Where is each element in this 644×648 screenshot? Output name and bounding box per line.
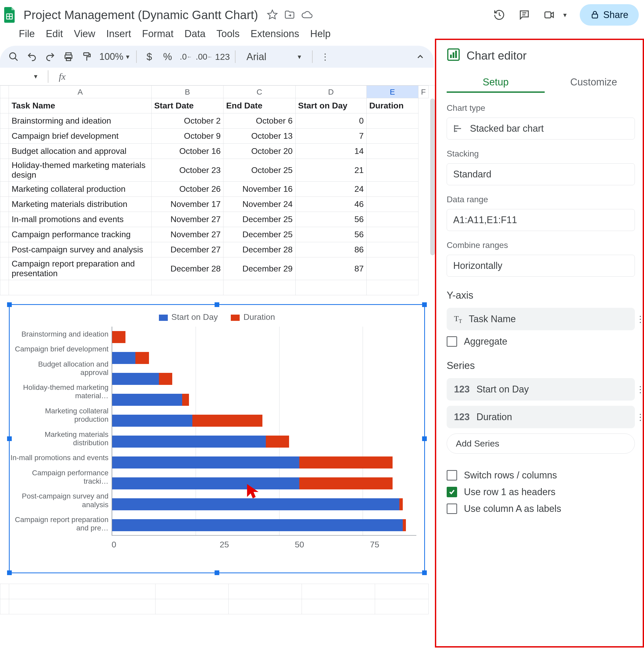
cell[interactable]: [9, 584, 156, 599]
cell[interactable]: Brainstorming and ideation: [9, 113, 152, 128]
combine-ranges-select[interactable]: Horizontally: [447, 255, 635, 277]
row-header[interactable]: [0, 98, 9, 113]
row-header[interactable]: [0, 128, 9, 144]
cell[interactable]: [366, 197, 418, 212]
cell[interactable]: 86: [296, 242, 366, 257]
cell[interactable]: October 2: [151, 113, 223, 128]
row-header[interactable]: [0, 584, 9, 599]
col-header-d[interactable]: D: [296, 86, 366, 98]
cell[interactable]: October 23: [151, 159, 223, 181]
cell[interactable]: Duration: [366, 98, 418, 113]
row-header[interactable]: [0, 181, 9, 197]
use-row1-checkbox-row[interactable]: Use row 1 as headers: [447, 487, 643, 497]
col-header-f[interactable]: F: [418, 86, 428, 98]
resize-handle[interactable]: [7, 436, 12, 441]
menu-data[interactable]: Data: [184, 28, 205, 40]
data-range-input[interactable]: A1:A11,E1:F11: [447, 209, 635, 231]
embedded-chart[interactable]: Start on Day Duration Brainstorming and …: [9, 304, 425, 573]
cell[interactable]: October 26: [151, 181, 223, 197]
cell[interactable]: [366, 242, 418, 257]
menu-view[interactable]: View: [74, 28, 95, 40]
resize-handle[interactable]: [422, 571, 427, 575]
sheets-logo-icon[interactable]: [2, 6, 18, 23]
increase-decimal-icon[interactable]: .00←: [198, 51, 210, 62]
more-options-icon[interactable]: ⋮: [636, 314, 644, 324]
y-axis-field[interactable]: TT Task Name ⋮: [447, 308, 635, 330]
cell[interactable]: October 9: [151, 128, 223, 144]
decrease-decimal-icon[interactable]: .0←: [180, 51, 192, 62]
cell[interactable]: 56: [296, 227, 366, 242]
cell[interactable]: October 13: [223, 128, 296, 144]
row-header[interactable]: [0, 159, 9, 181]
print-icon[interactable]: [63, 51, 74, 62]
resize-handle[interactable]: [215, 571, 219, 575]
menu-format[interactable]: Format: [142, 28, 173, 40]
row-header[interactable]: [0, 257, 9, 280]
cell[interactable]: December 25: [223, 212, 296, 227]
star-icon[interactable]: [266, 9, 278, 21]
stacking-select[interactable]: Standard: [447, 163, 635, 185]
search-menus-icon[interactable]: [8, 51, 19, 62]
undo-icon[interactable]: [26, 51, 38, 62]
menu-help[interactable]: Help: [310, 28, 331, 40]
history-icon[interactable]: [493, 9, 505, 21]
cell[interactable]: November 17: [151, 197, 223, 212]
cell[interactable]: Marketing collateral production: [9, 181, 152, 197]
cell[interactable]: October 25: [223, 159, 296, 181]
cell[interactable]: Task Name: [9, 98, 152, 113]
more-toolbar-icon[interactable]: ⋮: [319, 51, 331, 62]
chart-type-select[interactable]: Stacked bar chart: [447, 118, 635, 140]
row-header[interactable]: [0, 227, 9, 242]
col-header-a[interactable]: A: [9, 86, 152, 98]
more-formats-button[interactable]: 123: [217, 51, 228, 62]
cell[interactable]: December 29: [223, 257, 296, 280]
cell[interactable]: [9, 599, 156, 614]
aggregate-checkbox-row[interactable]: Aggregate: [447, 336, 643, 347]
cell[interactable]: December 28: [223, 242, 296, 257]
meet-icon[interactable]: [543, 9, 555, 21]
cell[interactable]: Marketing materials distribution: [9, 197, 152, 212]
vertical-scrollbar[interactable]: [430, 99, 435, 255]
tab-setup[interactable]: Setup: [447, 73, 545, 93]
cell[interactable]: November 16: [223, 181, 296, 197]
cell[interactable]: [366, 227, 418, 242]
cell[interactable]: November 27: [151, 212, 223, 227]
resize-handle[interactable]: [422, 302, 427, 307]
row-header[interactable]: [0, 197, 9, 212]
cell[interactable]: [366, 212, 418, 227]
resize-handle[interactable]: [7, 302, 12, 307]
cell[interactable]: End Date: [223, 98, 296, 113]
cell[interactable]: Campaign brief development: [9, 128, 152, 144]
cell[interactable]: 21: [296, 159, 366, 181]
cell[interactable]: [366, 113, 418, 128]
menu-insert[interactable]: Insert: [106, 28, 131, 40]
checkbox-icon[interactable]: [447, 336, 457, 347]
menu-extensions[interactable]: Extensions: [251, 28, 299, 40]
cell[interactable]: November 24: [223, 197, 296, 212]
spreadsheet-grid[interactable]: A B C D E F Task Name Start Date End Dat…: [0, 86, 435, 614]
col-header-c[interactable]: C: [223, 86, 296, 98]
series-field-1[interactable]: 123 Start on Day ⋮: [447, 378, 635, 400]
cell[interactable]: October 16: [151, 144, 223, 159]
use-colA-checkbox-row[interactable]: Use column A as labels: [447, 503, 643, 514]
currency-icon[interactable]: $: [144, 51, 155, 62]
cell[interactable]: In-mall promotions and events: [9, 212, 152, 227]
formula-input[interactable]: [76, 68, 427, 85]
more-options-icon[interactable]: ⋮: [636, 412, 644, 422]
menu-edit[interactable]: Edit: [46, 28, 63, 40]
cell[interactable]: Campaign report preparation and presenta…: [9, 257, 152, 280]
cell[interactable]: Start Date: [151, 98, 223, 113]
add-series-button[interactable]: Add Series: [447, 433, 635, 453]
menu-tools[interactable]: Tools: [216, 28, 240, 40]
cell[interactable]: Campaign performance tracking: [9, 227, 152, 242]
cell[interactable]: December 28: [151, 257, 223, 280]
cloud-status-icon[interactable]: [301, 9, 313, 21]
cell[interactable]: [366, 159, 418, 181]
row-header[interactable]: [0, 242, 9, 257]
resize-handle[interactable]: [7, 571, 12, 575]
series-field-2[interactable]: 123 Duration ⋮: [447, 406, 635, 428]
zoom-select[interactable]: 100% ▾: [99, 51, 129, 62]
share-button[interactable]: Share: [580, 4, 639, 25]
resize-handle[interactable]: [422, 436, 427, 441]
resize-handle[interactable]: [215, 302, 219, 307]
